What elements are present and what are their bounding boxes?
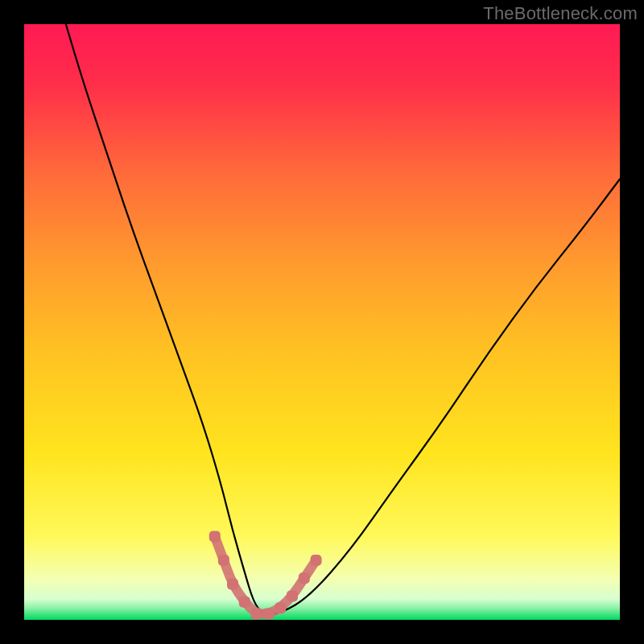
highlight-dot bbox=[227, 579, 238, 590]
highlight-dot bbox=[251, 609, 262, 620]
chart-svg bbox=[24, 24, 620, 620]
plot-area bbox=[24, 24, 620, 620]
chart-frame: TheBottleneck.com bbox=[0, 0, 644, 644]
highlight-dot bbox=[299, 572, 310, 584]
highlight-dot bbox=[262, 609, 274, 620]
highlight-dot bbox=[218, 555, 229, 566]
highlight-dot bbox=[287, 590, 298, 601]
bottleneck-curve bbox=[66, 24, 620, 614]
highlight-dot bbox=[275, 602, 286, 613]
highlight-dot bbox=[311, 555, 322, 566]
highlight-dot bbox=[239, 597, 250, 608]
watermark-text: TheBottleneck.com bbox=[483, 3, 638, 24]
highlight-dot bbox=[209, 530, 221, 542]
